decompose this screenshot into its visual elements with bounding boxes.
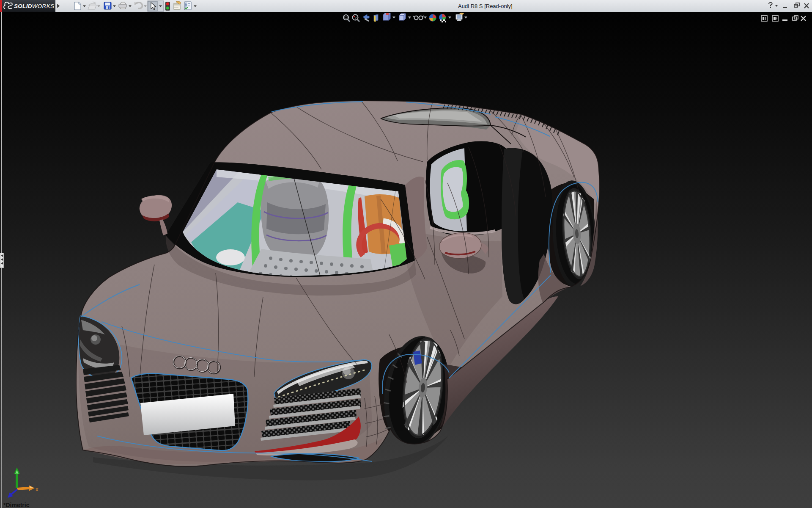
svg-text:x: x — [36, 486, 38, 492]
